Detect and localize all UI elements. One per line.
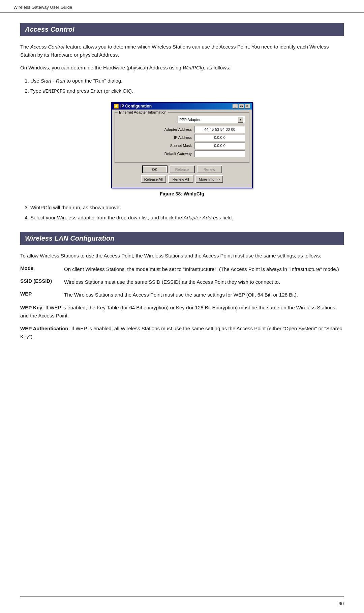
figure-caption: Figure 38: WinIpCfg [160,191,204,196]
wireless-lan-heading: Wireless LAN Configuration [20,232,344,245]
adapter-dropdown[interactable]: PPP Adapter. ▼ [178,116,245,123]
steps-list-2: WinIPCfg will then run, as shown above. … [30,203,344,222]
access-control-paragraph1: The Access Control feature allows you to… [20,43,344,59]
step-1: Use Start - Run to open the "Run" dialog… [30,76,344,85]
subnet-mask-value: 0.0.0.0 [194,142,245,149]
buttons-row-2: Release All Renew All More Info >> [115,175,249,183]
default-gateway-label: Default Gateway [155,152,192,156]
wep-auth-paragraph: WEP Authentication: If WEP is enabled, a… [20,325,344,341]
release-all-button[interactable]: Release All [141,175,166,183]
ip-address-value: 0.0.0.0 [194,134,245,141]
wep-key-bold: WEP Key: [20,305,44,310]
ethernet-group: Ethernet Adapter Information PPP Adapter… [115,112,249,163]
step-3: WinIPCfg will then run, as shown above. [30,203,344,212]
mode-row: Mode On client Wireless Stations, the mo… [20,265,344,273]
subnet-mask-row: Subnet Mask 0.0.0.0 [119,142,245,149]
access-control-paragraph2: On Windows, you can determine the Hardwa… [20,64,344,72]
adapter-address-italic: Adapter Address [183,215,221,220]
wep-row: WEP The Wireless Stations and the Access… [20,291,344,299]
term-table: Mode On client Wireless Stations, the mo… [20,265,344,299]
page-header: Wireless Gateway User Guide [0,0,364,13]
wireless-lan-section: Wireless LAN Configuration To allow Wire… [20,232,344,341]
group-label: Ethernet Adapter Information [118,110,168,114]
win-body: Ethernet Adapter Information PPP Adapter… [112,110,252,188]
dialog-title: IP Configuration [120,104,152,109]
winipcfg-mono: WINIPCFG [43,89,65,94]
restore-button[interactable]: ▭ [239,104,244,109]
page-number: 90 [338,601,344,606]
adapter-address-label: Adapter Address [155,127,192,131]
win-titlebar: ⊕ IP Configuration _ ▭ ✕ [112,103,252,110]
mode-label: Mode [20,265,64,271]
header-text: Wireless Gateway User Guide [13,5,72,10]
ssid-label: SSID (ESSID) [20,278,64,284]
more-info-button[interactable]: More Info >> [195,175,223,183]
close-button[interactable]: ✕ [245,104,250,109]
adapter-address-value: 44-45-53-54-00-00 [194,126,245,133]
access-control-heading: Access Control [20,23,344,36]
figure-container: ⊕ IP Configuration _ ▭ ✕ Ethernet Adapte… [20,102,344,196]
wep-key-paragraph: WEP Key: If WEP is enabled, the Key Tabl… [20,304,344,320]
mode-desc: On client Wireless Stations, the mode mu… [64,265,344,273]
ip-address-label: IP Address [155,135,192,140]
ssid-row: SSID (ESSID) Wireless Stations must use … [20,278,344,286]
footer-line [20,596,344,597]
ok-button[interactable]: OK [142,165,168,173]
wep-desc: The Wireless Stations and the Access Poi… [64,291,344,299]
titlebar-icon: ⊕ [114,104,119,109]
ip-address-row: IP Address 0.0.0.0 [119,134,245,141]
dropdown-row: PPP Adapter. ▼ [119,116,245,123]
release-button[interactable]: Release [170,165,195,173]
dropdown-value: PPP Adapter. [179,118,201,122]
step-2: Type WINIPCFG and press Enter (or click … [30,87,344,96]
access-control-section: Access Control The Access Control featur… [20,23,344,222]
wireless-lan-intro: To allow Wireless Stations to use the Ac… [20,252,344,260]
default-gateway-row: Default Gateway [119,150,245,157]
titlebar-buttons: _ ▭ ✕ [233,104,250,109]
subnet-mask-label: Subnet Mask [155,144,192,148]
start-run-italic: Start - Run [41,78,65,84]
win-dialog: ⊕ IP Configuration _ ▭ ✕ Ethernet Adapte… [111,102,253,188]
steps-list: Use Start - Run to open the "Run" dialog… [30,76,344,95]
renew-button[interactable]: Renew [197,165,222,173]
default-gateway-value [194,150,245,157]
wep-auth-bold: WEP Authentication: [20,326,70,331]
minimize-button[interactable]: _ [233,104,238,109]
ssid-desc: Wireless Stations must use the same SSID… [64,278,344,286]
winipcfg-italic: WinIPCfg [183,65,204,70]
wep-label: WEP [20,291,64,297]
renew-all-button[interactable]: Renew All [168,175,193,183]
step-4: Select your Wireless adapter from the dr… [30,213,344,222]
adapter-address-row: Adapter Address 44-45-53-54-00-00 [119,126,245,133]
dropdown-arrow[interactable]: ▼ [238,117,243,123]
titlebar-left: ⊕ IP Configuration [114,104,152,109]
access-control-italic: Access Control [30,44,64,50]
buttons-row-1: OK Release Renew [115,165,249,173]
page-content: Access Control The Access Control featur… [0,13,364,366]
page-footer: 90 [338,601,344,606]
